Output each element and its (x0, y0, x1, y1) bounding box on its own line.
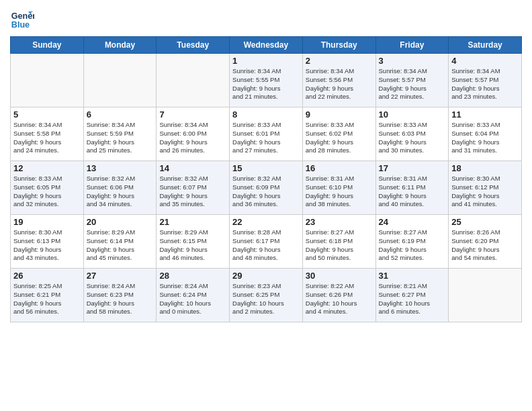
day-number: 8 (232, 109, 300, 120)
day-number: 5 (13, 109, 81, 120)
cell-content: Sunrise: 8:30 AMSunset: 6:12 PMDaylight:… (451, 175, 519, 209)
calendar-cell: 10Sunrise: 8:33 AMSunset: 6:03 PMDayligh… (375, 107, 449, 161)
logo: General Blue (10, 7, 37, 31)
day-number: 23 (306, 217, 373, 227)
calendar-cell: 2Sunrise: 8:34 AMSunset: 5:56 PMDaylight… (302, 54, 375, 107)
weekday-header-saturday: Saturday (449, 37, 522, 54)
calendar-cell: 29Sunrise: 8:23 AMSunset: 6:25 PMDayligh… (230, 269, 303, 322)
calendar-cell: 31Sunrise: 8:21 AMSunset: 6:27 PMDayligh… (375, 269, 449, 322)
calendar-cell: 22Sunrise: 8:28 AMSunset: 6:17 PMDayligh… (230, 215, 303, 269)
calendar-cell: 26Sunrise: 8:25 AMSunset: 6:21 PMDayligh… (11, 269, 84, 322)
calendar-cell: 21Sunrise: 8:29 AMSunset: 6:15 PMDayligh… (157, 215, 230, 269)
cell-content: Sunrise: 8:34 AMSunset: 6:00 PMDaylight:… (159, 121, 226, 155)
calendar-week-row: 19Sunrise: 8:30 AMSunset: 6:13 PMDayligh… (11, 215, 522, 269)
day-number: 31 (379, 271, 446, 281)
calendar-cell: 6Sunrise: 8:34 AMSunset: 5:59 PMDaylight… (83, 107, 157, 161)
cell-content: Sunrise: 8:34 AMSunset: 5:56 PMDaylight:… (306, 67, 373, 101)
day-number: 4 (451, 56, 519, 66)
day-number: 2 (306, 56, 373, 66)
calendar-week-row: 12Sunrise: 8:33 AMSunset: 6:05 PMDayligh… (11, 161, 522, 215)
calendar-cell (11, 54, 84, 107)
calendar-cell: 3Sunrise: 8:34 AMSunset: 5:57 PMDaylight… (375, 54, 449, 107)
cell-content: Sunrise: 8:21 AMSunset: 6:27 PMDaylight:… (379, 282, 446, 316)
calendar-cell: 18Sunrise: 8:30 AMSunset: 6:12 PMDayligh… (449, 161, 522, 215)
calendar-week-row: 26Sunrise: 8:25 AMSunset: 6:21 PMDayligh… (11, 269, 522, 322)
day-number: 15 (232, 163, 300, 173)
cell-content: Sunrise: 8:33 AMSunset: 6:02 PMDaylight:… (306, 121, 373, 155)
logo-icon: General Blue (10, 7, 34, 31)
calendar-cell: 9Sunrise: 8:33 AMSunset: 6:02 PMDaylight… (302, 107, 375, 161)
day-number: 14 (159, 163, 226, 173)
calendar-table: SundayMondayTuesdayWednesdayThursdayFrid… (10, 36, 522, 322)
cell-content: Sunrise: 8:32 AMSunset: 6:06 PMDaylight:… (87, 175, 154, 209)
cell-content: Sunrise: 8:33 AMSunset: 6:05 PMDaylight:… (13, 175, 81, 209)
cell-content: Sunrise: 8:33 AMSunset: 6:04 PMDaylight:… (451, 121, 519, 155)
day-number: 3 (379, 56, 446, 66)
calendar-cell: 8Sunrise: 8:33 AMSunset: 6:01 PMDaylight… (230, 107, 303, 161)
cell-content: Sunrise: 8:32 AMSunset: 6:09 PMDaylight:… (232, 175, 300, 209)
calendar-cell (83, 54, 157, 107)
calendar-cell: 28Sunrise: 8:24 AMSunset: 6:24 PMDayligh… (157, 269, 230, 322)
day-number: 27 (87, 271, 154, 281)
cell-content: Sunrise: 8:25 AMSunset: 6:21 PMDaylight:… (13, 282, 81, 316)
day-number: 26 (13, 271, 81, 281)
weekday-header-tuesday: Tuesday (157, 37, 230, 54)
calendar-cell: 25Sunrise: 8:26 AMSunset: 6:20 PMDayligh… (449, 215, 522, 269)
calendar-cell: 15Sunrise: 8:32 AMSunset: 6:09 PMDayligh… (230, 161, 303, 215)
calendar-cell: 23Sunrise: 8:27 AMSunset: 6:18 PMDayligh… (302, 215, 375, 269)
day-number: 10 (379, 109, 446, 120)
cell-content: Sunrise: 8:23 AMSunset: 6:25 PMDaylight:… (232, 282, 300, 316)
day-number: 7 (159, 109, 226, 120)
cell-content: Sunrise: 8:26 AMSunset: 6:20 PMDaylight:… (451, 228, 519, 263)
day-number: 13 (87, 163, 154, 173)
calendar-cell: 11Sunrise: 8:33 AMSunset: 6:04 PMDayligh… (449, 107, 522, 161)
cell-content: Sunrise: 8:31 AMSunset: 6:10 PMDaylight:… (306, 175, 373, 209)
day-number: 20 (87, 217, 154, 227)
day-number: 24 (379, 217, 446, 227)
cell-content: Sunrise: 8:31 AMSunset: 6:11 PMDaylight:… (379, 175, 446, 209)
calendar-cell: 30Sunrise: 8:22 AMSunset: 6:26 PMDayligh… (302, 269, 375, 322)
day-number: 17 (379, 163, 446, 173)
day-number: 16 (306, 163, 373, 173)
calendar-cell: 12Sunrise: 8:33 AMSunset: 6:05 PMDayligh… (11, 161, 84, 215)
cell-content: Sunrise: 8:29 AMSunset: 6:15 PMDaylight:… (159, 228, 226, 263)
calendar-week-row: 5Sunrise: 8:34 AMSunset: 5:58 PMDaylight… (11, 107, 522, 161)
cell-content: Sunrise: 8:34 AMSunset: 5:58 PMDaylight:… (13, 121, 81, 155)
calendar-cell: 20Sunrise: 8:29 AMSunset: 6:14 PMDayligh… (83, 215, 157, 269)
day-number: 18 (451, 163, 519, 173)
calendar-cell: 17Sunrise: 8:31 AMSunset: 6:11 PMDayligh… (375, 161, 449, 215)
calendar-cell: 24Sunrise: 8:27 AMSunset: 6:19 PMDayligh… (375, 215, 449, 269)
calendar-cell: 4Sunrise: 8:34 AMSunset: 5:57 PMDaylight… (449, 54, 522, 107)
day-number: 1 (232, 56, 300, 66)
cell-content: Sunrise: 8:28 AMSunset: 6:17 PMDaylight:… (232, 228, 300, 263)
calendar-cell: 19Sunrise: 8:30 AMSunset: 6:13 PMDayligh… (11, 215, 84, 269)
day-number: 21 (159, 217, 226, 227)
cell-content: Sunrise: 8:29 AMSunset: 6:14 PMDaylight:… (87, 228, 154, 263)
day-number: 12 (13, 163, 81, 173)
calendar-cell: 13Sunrise: 8:32 AMSunset: 6:06 PMDayligh… (83, 161, 157, 215)
day-number: 11 (451, 109, 519, 120)
day-number: 29 (232, 271, 300, 281)
cell-content: Sunrise: 8:34 AMSunset: 5:57 PMDaylight:… (451, 67, 519, 101)
calendar-cell (449, 269, 522, 322)
cell-content: Sunrise: 8:27 AMSunset: 6:19 PMDaylight:… (379, 228, 446, 263)
weekday-header-monday: Monday (83, 37, 157, 54)
cell-content: Sunrise: 8:22 AMSunset: 6:26 PMDaylight:… (306, 282, 373, 316)
calendar-cell: 1Sunrise: 8:34 AMSunset: 5:55 PMDaylight… (230, 54, 303, 107)
cell-content: Sunrise: 8:34 AMSunset: 5:57 PMDaylight:… (379, 67, 446, 101)
day-number: 28 (159, 271, 226, 281)
cell-content: Sunrise: 8:34 AMSunset: 5:59 PMDaylight:… (87, 121, 154, 155)
cell-content: Sunrise: 8:24 AMSunset: 6:24 PMDaylight:… (159, 282, 226, 316)
calendar-cell: 14Sunrise: 8:32 AMSunset: 6:07 PMDayligh… (157, 161, 230, 215)
day-number: 9 (306, 109, 373, 120)
weekday-header-sunday: Sunday (11, 37, 84, 54)
day-number: 19 (13, 217, 81, 227)
calendar-cell: 7Sunrise: 8:34 AMSunset: 6:00 PMDaylight… (157, 107, 230, 161)
day-number: 30 (306, 271, 373, 281)
weekday-header-thursday: Thursday (302, 37, 375, 54)
weekday-header-row: SundayMondayTuesdayWednesdayThursdayFrid… (11, 37, 522, 54)
header: General Blue (10, 7, 522, 31)
calendar-cell: 5Sunrise: 8:34 AMSunset: 5:58 PMDaylight… (11, 107, 84, 161)
calendar-cell: 16Sunrise: 8:31 AMSunset: 6:10 PMDayligh… (302, 161, 375, 215)
day-number: 22 (232, 217, 300, 227)
